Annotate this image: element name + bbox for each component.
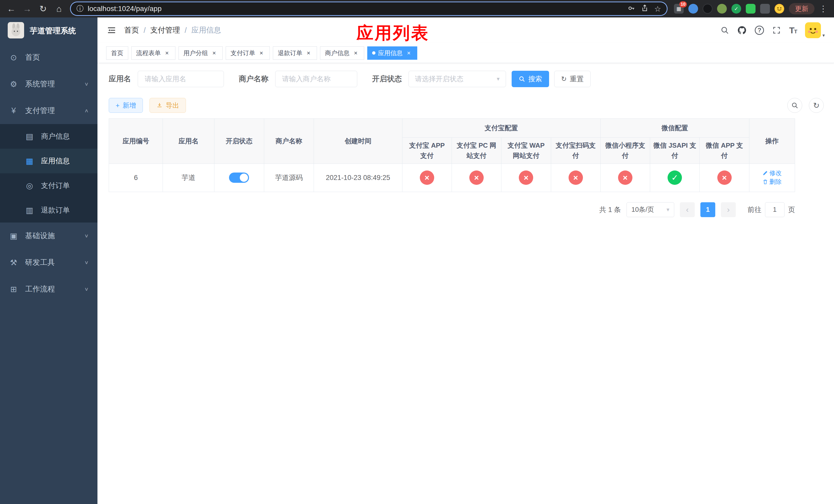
tab-pay-order[interactable]: 支付订单 × — [226, 46, 270, 60]
user-avatar[interactable]: ▾ — [805, 22, 825, 38]
workflow-icon: ⊞ — [9, 284, 19, 294]
page-content: 应用名 商户名称 开启状态 请选择开启状态 ▾ 搜索 ↻ 重 — [97, 63, 834, 504]
browser-update-button[interactable]: 更新 — [789, 3, 814, 14]
app-logo[interactable]: 芋道管理系统 — [0, 18, 97, 44]
breadcrumb-home[interactable]: 首页 — [124, 25, 139, 36]
breadcrumb: 首页 / 支付管理 / 应用信息 — [124, 25, 221, 36]
sidebar-item-home[interactable]: ⊙ 首页 — [0, 44, 97, 71]
tab-process-form[interactable]: 流程表单 × — [131, 46, 175, 60]
browser-menu-icon[interactable]: ⋮ — [817, 4, 829, 14]
status-icon: ✓ — [667, 170, 682, 185]
sidebar-item-label: 基础设施 — [25, 231, 55, 241]
tab-label: 用户分组 — [183, 49, 208, 57]
add-button[interactable]: + 新增 — [109, 98, 143, 113]
close-icon[interactable]: × — [258, 49, 265, 56]
ext-dark-icon[interactable] — [703, 4, 712, 14]
sidebar-subitem-refund-order[interactable]: ▥ 退款订单 — [0, 198, 97, 223]
ext-check-icon[interactable]: ✓ — [731, 4, 741, 14]
app-title: 芋道管理系统 — [30, 26, 76, 36]
close-icon[interactable]: × — [305, 49, 312, 56]
tab-refund-order[interactable]: 退款订单 × — [273, 46, 317, 60]
chevron-down-icon: ∨ — [84, 81, 89, 87]
enable-switch[interactable] — [229, 173, 249, 183]
sidebar: 芋道管理系统 ⊙ 首页 ⚙ 系统管理 ∨ ¥ 支付管理 ∧ — [0, 18, 97, 504]
status-select[interactable]: 请选择开启状态 ▾ — [409, 71, 506, 87]
merchant-name-input[interactable] — [275, 71, 357, 87]
payment-submenu: ▤ 商户信息 ▦ 应用信息 ◎ 支付订单 ▥ 退款订单 — [0, 124, 97, 223]
search-icon[interactable] — [720, 26, 729, 35]
overlay-annotation-title: 应用列表 — [356, 22, 429, 45]
page-1-button[interactable]: 1 — [700, 202, 715, 217]
bookmark-star-icon[interactable]: ☆ — [654, 4, 661, 13]
url-text[interactable]: localhost:1024/pay/app — [88, 5, 623, 13]
goto-page-input[interactable] — [765, 202, 785, 217]
ext-puzzle-icon[interactable] — [760, 4, 770, 14]
ext-emoji-icon[interactable] — [774, 4, 784, 14]
sidebar-item-label: 商户信息 — [41, 132, 70, 141]
ext-avatar-icon[interactable] — [717, 4, 727, 14]
status-icon: × — [717, 170, 732, 185]
sidebar-item-dev-tools[interactable]: ⚒ 研发工具 ∨ — [0, 249, 97, 276]
app-name-input[interactable] — [138, 71, 224, 87]
sidebar-item-label: 系统管理 — [25, 79, 55, 89]
ext-badge: 10 — [679, 1, 687, 7]
ext-blocks-icon[interactable]: ▦ 10 — [674, 4, 684, 14]
github-icon[interactable] — [737, 26, 747, 35]
breadcrumb-payment[interactable]: 支付管理 — [150, 25, 180, 36]
home-icon[interactable]: ⌂ — [52, 2, 66, 15]
tab-app-info[interactable]: 应用信息 × — [367, 46, 417, 60]
ext-chat-icon[interactable] — [746, 4, 755, 14]
help-icon[interactable]: ? — [755, 26, 764, 35]
cell-wx-jsapi: ✓ — [650, 164, 700, 192]
tab-home[interactable]: 首页 — [106, 46, 128, 60]
sidebar-fold-icon[interactable] — [107, 25, 117, 36]
next-page-button[interactable]: › — [721, 202, 736, 217]
sidebar-item-payment[interactable]: ¥ 支付管理 ∧ — [0, 97, 97, 124]
chevron-down-icon: ▾ — [666, 206, 670, 213]
tab-user-group[interactable]: 用户分组 × — [178, 46, 223, 60]
edit-link-label: 修改 — [769, 169, 782, 177]
cell-wx-mini: × — [600, 164, 650, 192]
page-size-select[interactable]: 10条/页 ▾ — [627, 202, 674, 217]
share-icon[interactable] — [641, 4, 649, 13]
close-icon[interactable]: × — [405, 49, 412, 56]
ext-drop-icon[interactable] — [688, 4, 698, 14]
reload-icon[interactable]: ↻ — [37, 2, 50, 15]
reset-button[interactable]: ↻ 重置 — [554, 71, 591, 87]
grid-icon: ▦ — [25, 156, 35, 166]
table-row: 6 芋道 芋道源码 2021-10-23 08:49:25 × × × — [109, 164, 795, 192]
show-search-icon[interactable] — [787, 98, 802, 113]
tab-merchant-info[interactable]: 商户信息 × — [320, 46, 364, 60]
close-icon[interactable]: × — [163, 49, 171, 56]
back-icon[interactable]: ← — [5, 2, 18, 15]
extensions-tray: ▦ 10 ✓ — [674, 4, 784, 14]
sidebar-subitem-merchant-info[interactable]: ▤ 商户信息 — [0, 124, 97, 149]
refresh-table-icon[interactable]: ↻ — [809, 98, 824, 113]
pagination: 共 1 条 10条/页 ▾ ‹ 1 › 前往 页 — [109, 202, 795, 217]
site-info-icon[interactable]: ⓘ — [76, 4, 84, 14]
sidebar-item-workflow[interactable]: ⊞ 工作流程 ∨ — [0, 276, 97, 302]
fullscreen-icon[interactable] — [772, 26, 781, 35]
sidebar-subitem-pay-order[interactable]: ◎ 支付订单 — [0, 173, 97, 198]
prev-page-button[interactable]: ‹ — [680, 202, 695, 217]
close-icon[interactable]: × — [352, 49, 359, 56]
password-key-icon[interactable] — [628, 4, 635, 13]
search-button-label: 搜索 — [528, 74, 542, 84]
urlbar-actions: ☆ — [628, 4, 661, 13]
sidebar-subitem-app-info[interactable]: ▦ 应用信息 — [0, 149, 97, 173]
font-size-icon[interactable]: TT — [789, 25, 797, 36]
search-button[interactable]: 搜索 — [512, 71, 549, 87]
edit-link[interactable]: 修改 — [763, 169, 782, 177]
breadcrumb-separator: / — [144, 26, 146, 35]
sidebar-item-infrastructure[interactable]: ▣ 基础设施 ∨ — [0, 223, 97, 249]
col-operations: 操作 — [749, 119, 795, 164]
url-bar[interactable]: ⓘ localhost:1024/pay/app ☆ — [71, 2, 667, 15]
forward-icon[interactable]: → — [21, 2, 34, 15]
sidebar-item-system[interactable]: ⚙ 系统管理 ∨ — [0, 71, 97, 97]
export-button[interactable]: 导出 — [150, 98, 186, 113]
table-tools: ↻ — [787, 98, 824, 113]
close-icon[interactable]: × — [211, 49, 218, 56]
tab-label: 流程表单 — [136, 49, 161, 57]
delete-link[interactable]: 删除 — [763, 178, 782, 186]
main-area: 应用列表 首页 / 支付管理 / 应用信息 — [97, 18, 834, 504]
